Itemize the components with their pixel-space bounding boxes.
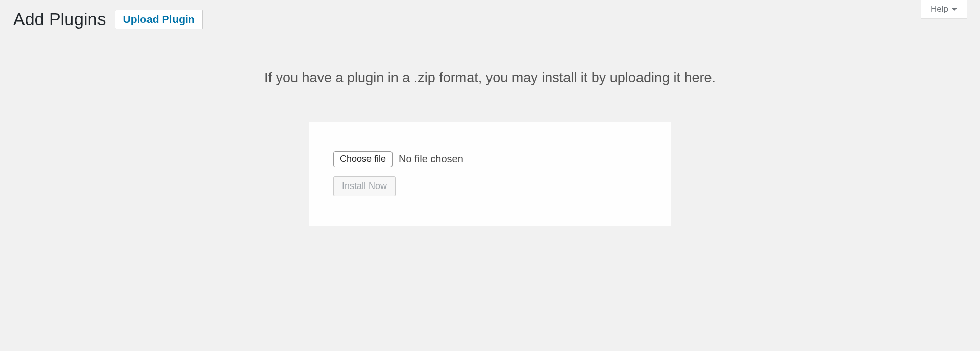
chevron-down-icon [951,8,958,11]
choose-file-button[interactable]: Choose file [333,151,393,167]
install-now-button[interactable]: Install Now [333,176,396,196]
file-input-row: Choose file No file chosen [333,151,647,167]
upload-description: If you have a plugin in a .zip format, y… [13,70,967,86]
help-label: Help [930,4,948,14]
help-tab[interactable]: Help [921,0,967,19]
upload-plugin-button[interactable]: Upload Plugin [115,10,202,29]
page-header: Add Plugins Upload Plugin [13,9,967,29]
upload-section: If you have a plugin in a .zip format, y… [13,70,967,226]
page-title: Add Plugins [13,9,106,29]
upload-form: Choose file No file chosen Install Now [309,122,671,226]
no-file-chosen-text: No file chosen [399,153,463,165]
